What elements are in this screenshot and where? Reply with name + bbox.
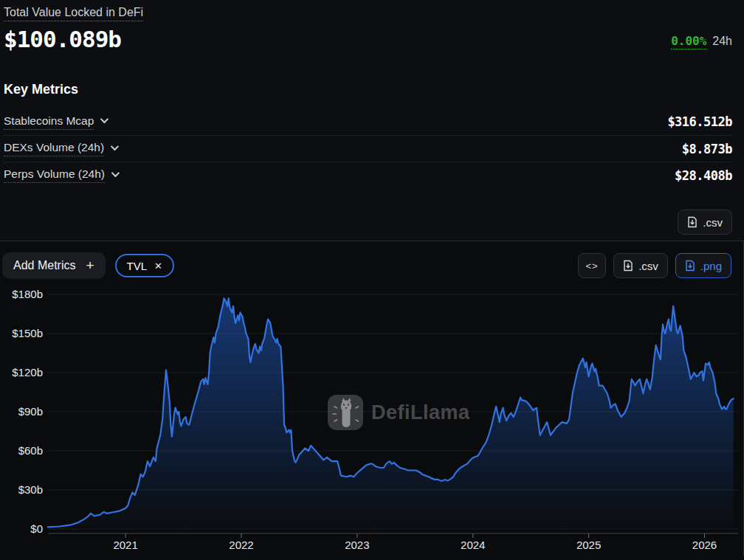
add-metrics-button[interactable]: Add Metrics + bbox=[2, 252, 106, 279]
metric-label-toggle[interactable]: Perps Volume (24h) bbox=[4, 167, 117, 183]
metric-value: $316.512b bbox=[667, 114, 732, 129]
plus-icon: + bbox=[86, 257, 94, 274]
metric-row-perps-volume: Perps Volume (24h) $28.408b bbox=[4, 162, 732, 188]
svg-text:$60b: $60b bbox=[18, 444, 43, 457]
key-metrics-heading: Key Metrics bbox=[4, 82, 732, 97]
metric-value: $8.873b bbox=[682, 142, 732, 156]
tvl-value: $100.089b bbox=[4, 26, 732, 52]
download-csv-button[interactable]: .csv bbox=[678, 210, 732, 235]
chevron-down-icon bbox=[111, 168, 120, 176]
svg-text:2023: 2023 bbox=[345, 539, 369, 551]
metric-label: DEXs Volume (24h) bbox=[4, 141, 104, 156]
svg-text:$30b: $30b bbox=[18, 483, 43, 496]
chart-download-csv-button[interactable]: .csv bbox=[613, 253, 668, 278]
tvl-area-chart[interactable]: $0$30b$60b$90b$120b$150b$180b20212022202… bbox=[0, 241, 744, 556]
svg-text:$150b: $150b bbox=[12, 327, 43, 339]
svg-text:2024: 2024 bbox=[461, 539, 485, 551]
metric-label-toggle[interactable]: Stablecoins Mcap bbox=[4, 114, 106, 130]
svg-text:2022: 2022 bbox=[229, 539, 253, 551]
metric-value: $28.408b bbox=[675, 168, 732, 183]
chart-toolbar: Add Metrics + TVL ✕ <> .csv bbox=[0, 252, 743, 279]
metric-row-dexs-volume: DEXs Volume (24h) $8.873b bbox=[4, 135, 732, 162]
metric-label: Perps Volume (24h) bbox=[4, 167, 105, 183]
file-download-icon bbox=[685, 260, 695, 272]
chevron-down-icon bbox=[111, 142, 119, 150]
change-24h: 0.00%24h bbox=[671, 34, 732, 48]
svg-text:$0: $0 bbox=[30, 522, 43, 535]
embed-code-button[interactable]: <> bbox=[578, 253, 606, 278]
chevron-down-icon bbox=[100, 115, 108, 123]
svg-text:2026: 2026 bbox=[692, 539, 717, 551]
metric-row-stablecoins-mcap: Stablecoins Mcap $316.512b bbox=[4, 108, 732, 135]
csv-button-label: .csv bbox=[638, 260, 658, 272]
page-title[interactable]: Total Value Locked in DeFi bbox=[4, 6, 143, 21]
tvl-area-fill bbox=[48, 298, 734, 529]
add-metrics-label: Add Metrics bbox=[13, 259, 75, 272]
change-window: 24h bbox=[712, 35, 732, 47]
svg-text:2025: 2025 bbox=[576, 539, 601, 551]
file-download-icon bbox=[623, 260, 633, 272]
code-icon: <> bbox=[586, 260, 599, 272]
change-percent[interactable]: 0.00% bbox=[671, 34, 706, 49]
file-download-icon bbox=[687, 216, 698, 228]
tvl-tag-pill[interactable]: TVL ✕ bbox=[115, 254, 174, 277]
tvl-chart-panel: Add Metrics + TVL ✕ <> .csv bbox=[0, 241, 744, 556]
svg-text:$90b: $90b bbox=[18, 405, 43, 418]
metric-label-toggle[interactable]: DEXs Volume (24h) bbox=[4, 141, 117, 156]
key-metrics-list: Stablecoins Mcap $316.512b DEXs Volume (… bbox=[4, 108, 732, 188]
tvl-tag-label: TVL bbox=[127, 260, 148, 272]
png-button-label: .png bbox=[700, 260, 722, 272]
svg-text:2021: 2021 bbox=[113, 539, 137, 551]
csv-button-label: .csv bbox=[703, 216, 723, 229]
close-icon: ✕ bbox=[154, 260, 162, 272]
svg-text:$120b: $120b bbox=[12, 366, 43, 378]
metric-label: Stablecoins Mcap bbox=[4, 114, 94, 130]
tvl-summary-panel: Total Value Locked in DeFi $100.089b 0.0… bbox=[0, 0, 744, 241]
svg-text:$180b: $180b bbox=[12, 288, 43, 300]
chart-download-png-button[interactable]: .png bbox=[675, 253, 731, 278]
